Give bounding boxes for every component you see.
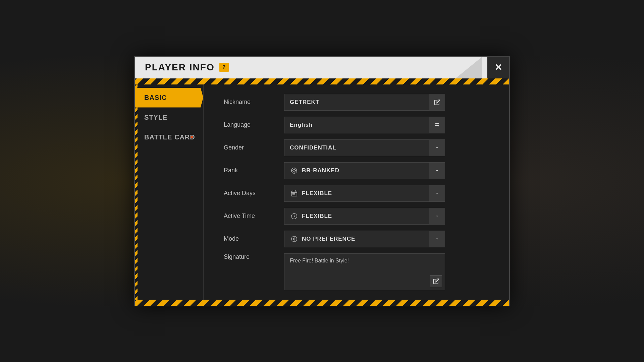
active-days-value: FLEXIBLE	[284, 189, 429, 198]
mode-control: NO PREFERENCE	[284, 231, 445, 247]
active-days-text: FLEXIBLE	[302, 190, 332, 197]
rank-icon	[290, 166, 299, 175]
mode-value: NO PREFERENCE	[284, 235, 429, 243]
language-label: Language	[224, 121, 284, 128]
signature-row: Signature Free Fire! Battle in Style!	[224, 253, 489, 290]
nickname-edit-button[interactable]	[429, 94, 445, 110]
notification-dot	[191, 136, 193, 138]
active-days-dropdown-button[interactable]	[429, 185, 445, 201]
active-days-label: Active Days	[224, 190, 284, 197]
chevron-down-icon	[435, 191, 439, 196]
gender-row: Gender CONFIDENTIAL	[224, 139, 489, 156]
language-swap-button[interactable]	[429, 117, 445, 133]
chevron-down-icon	[435, 237, 439, 241]
gamepad-icon	[290, 235, 299, 243]
swap-icon	[434, 122, 440, 128]
mode-text: NO PREFERENCE	[302, 236, 355, 242]
active-days-control: FLEXIBLE	[284, 185, 445, 202]
close-icon: ✕	[494, 62, 502, 73]
active-time-dropdown-button[interactable]	[429, 208, 445, 224]
player-info-modal: PLAYER INFO ? ✕ BASIC STYLE BATTLE CARD	[134, 56, 510, 306]
gender-value: CONFIDENTIAL	[284, 144, 429, 151]
signature-text: Free Fire! Battle in Style!	[290, 258, 349, 263]
rank-label: Rank	[224, 167, 284, 174]
mode-row: Mode NO PR	[224, 231, 489, 247]
chevron-down-icon	[435, 168, 439, 173]
signature-box: Free Fire! Battle in Style!	[284, 253, 445, 290]
gender-control: CONFIDENTIAL	[284, 139, 445, 156]
language-row: Language English	[224, 117, 489, 133]
sidebar-item-style[interactable]: STYLE	[135, 108, 203, 127]
nickname-row: Nickname GETREKT	[224, 94, 489, 111]
nickname-value: GETREKT	[284, 99, 429, 106]
active-days-row: Active Days	[224, 185, 489, 202]
svg-point-1	[293, 169, 295, 172]
chevron-down-icon	[435, 214, 439, 219]
hazard-stripe-top	[135, 78, 509, 84]
active-time-control: FLEXIBLE	[284, 208, 445, 225]
rank-value: BR-RANKED	[284, 166, 429, 175]
modal-title: PLAYER INFO	[145, 62, 215, 73]
help-icon[interactable]: ?	[219, 63, 229, 72]
signature-edit-button[interactable]	[430, 275, 442, 287]
svg-point-14	[293, 238, 295, 240]
modal-title-area: PLAYER INFO ?	[135, 62, 229, 73]
active-time-label: Active Time	[224, 213, 284, 220]
sidebar-item-battle-card-label: BATTLE CARD	[144, 133, 195, 141]
language-text: English	[290, 122, 313, 128]
sidebar-item-basic[interactable]: BASIC	[135, 88, 203, 108]
rank-row: Rank BR-RA	[224, 162, 489, 179]
active-time-row: Active Time FLEXIBLE	[224, 208, 489, 225]
signature-label: Signature	[224, 253, 284, 260]
close-button[interactable]: ✕	[487, 57, 509, 78]
svg-rect-10	[292, 193, 293, 194]
language-value: English	[284, 122, 429, 128]
edit-icon	[433, 278, 439, 284]
calendar-icon	[290, 189, 299, 198]
mode-dropdown-button[interactable]	[429, 231, 445, 247]
rank-dropdown-button[interactable]	[429, 163, 445, 179]
edit-icon	[434, 99, 440, 105]
gender-label: Gender	[224, 144, 284, 151]
nickname-label: Nickname	[224, 99, 284, 106]
modal-header: PLAYER INFO ? ✕	[135, 57, 509, 78]
clock-icon	[290, 212, 299, 221]
header-decoration	[415, 57, 482, 78]
rank-text: BR-RANKED	[302, 167, 339, 174]
content-area: Nickname GETREKT Language	[204, 84, 509, 300]
gender-dropdown-button[interactable]	[429, 140, 445, 156]
rank-control: BR-RANKED	[284, 162, 445, 179]
nickname-control: GETREKT	[284, 94, 445, 111]
chevron-down-icon	[435, 145, 439, 150]
hazard-stripe-bottom	[135, 300, 509, 306]
modal-body: BASIC STYLE BATTLE CARD Nickname GETREKT	[135, 84, 509, 300]
sidebar-item-battle-card[interactable]: BATTLE CARD	[135, 127, 203, 147]
language-control: English	[284, 117, 445, 133]
mode-label: Mode	[224, 235, 284, 242]
active-time-text: FLEXIBLE	[302, 213, 332, 220]
sidebar-item-style-label: STYLE	[144, 114, 167, 121]
sidebar-item-basic-label: BASIC	[144, 94, 167, 101]
svg-rect-11	[294, 193, 295, 194]
active-time-value: FLEXIBLE	[284, 212, 429, 221]
gender-text: CONFIDENTIAL	[290, 144, 336, 151]
nickname-text: GETREKT	[290, 99, 319, 106]
sidebar: BASIC STYLE BATTLE CARD	[135, 84, 204, 300]
